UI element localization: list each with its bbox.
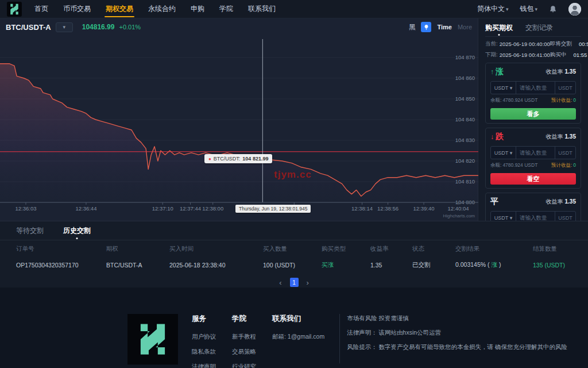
rate-label: 收益率 1.35 xyxy=(546,68,576,76)
language-selector[interactable]: 简体中文▾ xyxy=(477,4,509,14)
link-beginner-tutorial[interactable]: 新手教程 xyxy=(232,333,260,341)
svg-text:12:38:00: 12:38:00 xyxy=(202,205,223,212)
currency-dropdown[interactable]: USDT ▾ xyxy=(491,212,516,221)
contact-email: 邮箱: 1@gmail.com xyxy=(272,333,324,341)
watermark: tjym.cc xyxy=(274,169,312,181)
tab-waiting-delivery[interactable]: 等待交割 xyxy=(16,226,44,236)
unit-label: USDT xyxy=(555,147,575,159)
svg-text:12:38:56: 12:38:56 xyxy=(377,205,399,212)
tooltip-value: 104 821.99 xyxy=(242,156,268,162)
chevron-down-icon: ▾ xyxy=(63,24,65,30)
price-chart[interactable]: 104 870104 860104 850104 840104 830104 8… xyxy=(0,36,478,221)
footer-divider xyxy=(339,314,340,363)
balance-value: 4780.924 USDT xyxy=(502,162,537,169)
link-industry-research[interactable]: 行业研究 xyxy=(232,363,260,368)
next-page-button[interactable]: › xyxy=(307,279,309,286)
svg-text:12:38:14: 12:38:14 xyxy=(351,205,373,212)
unit-label: USDT xyxy=(555,82,575,94)
chevron-down-icon: ▾ xyxy=(506,6,509,12)
bet-card-up-header: ↑涨 收益率 1.35 xyxy=(490,67,576,77)
chevron-down-icon: ▾ xyxy=(535,6,537,12)
indicator-bulb-button[interactable] xyxy=(421,22,431,32)
current-time: 2025-06-19 00:40:00 xyxy=(500,41,550,47)
col-settlement: 结算数量 xyxy=(533,245,572,253)
nav-item-contact[interactable]: 联系我们 xyxy=(248,0,276,18)
direction-up-label: ↑涨 xyxy=(490,67,504,77)
amount-input-row: USDT ▾ USDT xyxy=(490,146,576,159)
svg-text:12:37:10: 12:37:10 xyxy=(152,205,173,212)
orders-tabs: 等待交割 历史交割 xyxy=(0,221,588,240)
bet-card-down: ↓跌 收益率 1.35 USDT ▾ USDT 余额: 4780.924 USD… xyxy=(485,128,581,189)
tooltip-series: BTC/USDT: xyxy=(214,156,241,162)
amount-input[interactable] xyxy=(516,212,555,221)
symbol-label: BTC/USDT-A xyxy=(6,23,51,32)
bet-card-down-header: ↓跌 收益率 1.35 xyxy=(490,132,576,142)
cell-order-id: OP1750304320357170 xyxy=(16,262,106,269)
notification-bell-icon[interactable] xyxy=(549,5,557,13)
bulb-icon xyxy=(423,24,430,30)
arrow-up-icon: ↑ xyxy=(490,68,494,76)
table-header-row: 订单号 期权 买入时间 买入数量 购买类型 收益率 状态 交割结果 结算数量 xyxy=(16,240,572,258)
nav-item-academy[interactable]: 学院 xyxy=(219,0,233,18)
currency-dropdown[interactable]: USDT ▾ xyxy=(491,147,516,159)
chevron-down-icon: ▾ xyxy=(510,85,513,91)
cell-status: 已交割 xyxy=(412,261,455,269)
chevron-down-icon: ▾ xyxy=(510,215,513,221)
next-label: 下期: xyxy=(485,51,498,59)
user-avatar[interactable] xyxy=(568,3,581,16)
balance-row: 余额: 4780.924 USDT 预计收益:0 xyxy=(490,162,576,169)
svg-text:12:36:03: 12:36:03 xyxy=(15,205,36,212)
link-privacy[interactable]: 隐私条款 xyxy=(192,348,219,356)
current-status: 即将交割 xyxy=(550,40,572,48)
footer-col-academy: 学院 新手教程 交易策略 行业研究 xyxy=(232,314,260,368)
more-button[interactable]: More xyxy=(458,24,472,30)
symbol-dropdown[interactable]: ▾ xyxy=(56,22,73,32)
nav-item-perpetual[interactable]: 永续合约 xyxy=(148,0,176,18)
nav-item-spot[interactable]: 币币交易 xyxy=(63,0,91,18)
chart-canvas[interactable]: 104 870104 860104 850104 840104 830104 8… xyxy=(0,36,478,221)
amount-input[interactable] xyxy=(516,82,555,94)
buy-down-button[interactable]: 看空 xyxy=(490,173,576,185)
link-user-agreement[interactable]: 用户协议 xyxy=(192,333,219,341)
axis-tooltip: Thursday, Jun 19, 12:38:01.945 xyxy=(235,205,311,213)
time-mode-button[interactable]: Time xyxy=(437,24,451,30)
amount-input[interactable] xyxy=(516,147,555,159)
currency-dropdown[interactable]: USDT ▾ xyxy=(491,82,516,94)
nav-item-options[interactable]: 期权交易 xyxy=(106,0,133,18)
tab-delivery-record[interactable]: 交割记录 xyxy=(525,23,553,33)
buy-up-button[interactable]: 看多 xyxy=(490,108,576,120)
page-1-button[interactable]: 1 xyxy=(290,278,299,287)
cell-settlement: 135 (USDT) xyxy=(533,262,572,269)
wallet-menu[interactable]: 钱包▾ xyxy=(520,4,537,14)
footer-col-title: 联系我们 xyxy=(272,314,324,324)
brand-logo-icon[interactable] xyxy=(7,2,22,17)
unit-label: USDT xyxy=(555,212,575,221)
chart-tooltip: ● BTC/USDT: 104 821.99 xyxy=(204,154,272,163)
nav-item-subscribe[interactable]: 申购 xyxy=(191,0,204,18)
risk-warning-long: 风险提示： 数字资产交易有可能导致您的本金损失，请 确保您充分理解其中的风险 xyxy=(347,343,588,352)
order-panel: 购买期权 交割记录 当前: 2025-06-19 00:40:00 即将交割 0… xyxy=(478,18,588,221)
prev-page-button[interactable]: ‹ xyxy=(279,279,281,286)
svg-text:104 820: 104 820 xyxy=(455,158,475,164)
col-rate: 收益率 xyxy=(370,245,412,253)
link-legal[interactable]: 法律声明 xyxy=(192,363,219,368)
bet-card-flat-header: 平 收益率 1.35 xyxy=(490,197,576,207)
balance-label: 余额: xyxy=(490,97,501,104)
next-countdown: 01:55 xyxy=(572,52,587,58)
language-label: 简体中文 xyxy=(477,5,505,13)
col-type: 购买类型 xyxy=(322,245,370,253)
chart-credit[interactable]: Highcharts.com xyxy=(443,213,475,218)
nav-item-home[interactable]: 首页 xyxy=(34,0,48,18)
rate-label: 收益率 1.35 xyxy=(546,133,576,141)
orders-table: 订单号 期权 买入时间 买入数量 购买类型 收益率 状态 交割结果 结算数量 O… xyxy=(0,240,588,273)
svg-text:12:39:40: 12:39:40 xyxy=(413,205,435,212)
expected-profit: 预计收益:0 xyxy=(551,97,576,104)
footer-col-service: 服务 用户协议 隐私条款 法律声明 xyxy=(192,314,219,368)
theme-toggle[interactable]: 黑 xyxy=(409,23,415,32)
tab-buy-option[interactable]: 购买期权 xyxy=(485,23,513,33)
last-price: 104816.99 xyxy=(82,23,115,31)
tab-history-delivery[interactable]: 历史交割 xyxy=(63,226,91,236)
direction-flat-label: 平 xyxy=(490,197,498,207)
rate-label: 收益率 1.35 xyxy=(546,198,576,206)
link-trading-strategy[interactable]: 交易策略 xyxy=(232,348,260,356)
